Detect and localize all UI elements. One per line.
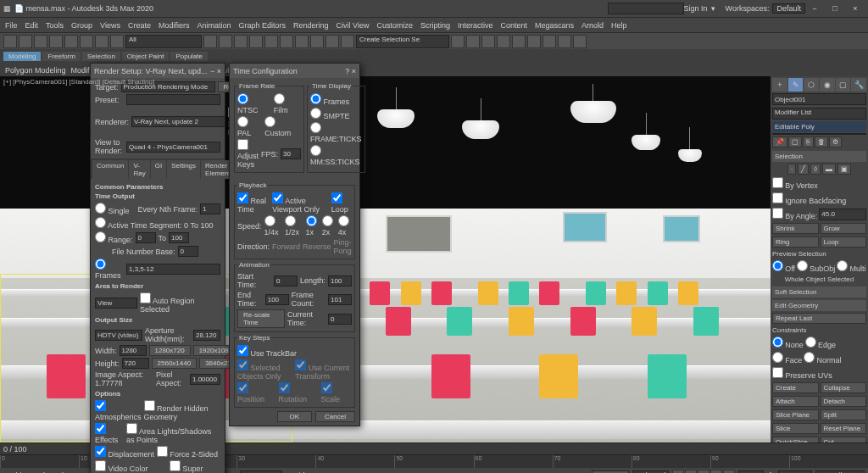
menu-tools[interactable]: Tools (46, 21, 64, 30)
menu-content[interactable]: Content (500, 21, 527, 30)
rollout-editgeo[interactable]: Edit Geometry (772, 300, 866, 311)
rescale-button[interactable]: Re-scale Time (237, 309, 285, 328)
prev-subobj[interactable] (797, 260, 808, 271)
menu-scripting[interactable]: Scripting (420, 21, 450, 30)
subobj-border[interactable]: ◊ (810, 164, 821, 175)
rotate-button[interactable] (219, 35, 232, 48)
sliceplane-button[interactable]: Slice Plane (772, 409, 819, 420)
prev-frame-button[interactable]: ◀ (685, 470, 697, 473)
s4[interactable] (322, 215, 333, 226)
tab-modify-icon[interactable]: ✎ (788, 78, 804, 92)
repeatlast-button[interactable]: Repeat Last (772, 313, 866, 324)
rot-check[interactable] (279, 382, 290, 393)
selectrect-button[interactable] (95, 35, 108, 48)
fps-field[interactable] (281, 148, 301, 159)
menu-modifiers[interactable]: Modifiers (159, 21, 190, 30)
area-select[interactable] (95, 298, 137, 309)
menu-file[interactable]: File (5, 21, 18, 30)
hdtv-select[interactable] (95, 330, 142, 341)
range1[interactable] (169, 232, 189, 243)
pivot-button[interactable] (280, 35, 293, 48)
rtab-settings[interactable]: Settings (167, 160, 200, 179)
link-button[interactable] (34, 35, 47, 48)
vcc-check[interactable] (95, 460, 106, 471)
object-name-field[interactable] (772, 93, 866, 105)
move-button[interactable] (203, 35, 217, 48)
tab-create-icon[interactable]: + (772, 78, 787, 92)
undo-button[interactable] (3, 35, 17, 48)
show-end-button[interactable]: ▢ (788, 136, 802, 147)
keyfilters-button[interactable]: Key Filters... (815, 470, 865, 474)
anglesnap-button[interactable] (310, 35, 324, 48)
menu-group[interactable]: Group (71, 21, 92, 30)
effects-check[interactable] (95, 423, 106, 434)
f2s-check[interactable] (157, 446, 168, 457)
s2[interactable] (285, 215, 296, 226)
align-button[interactable] (466, 35, 480, 48)
tab-modeling[interactable]: Modeling (3, 52, 41, 61)
schematic-button[interactable] (512, 35, 526, 48)
pin-stack-button[interactable]: 📌 (772, 136, 787, 147)
cancel-button[interactable]: Cancel (315, 411, 355, 422)
tab-objectpaint[interactable]: Object Paint (122, 52, 170, 61)
rhg-check[interactable] (144, 400, 155, 411)
selonly-check[interactable] (237, 359, 248, 370)
menu-grapheditors[interactable]: Graph Editors (238, 21, 286, 30)
subobj-edge[interactable]: ╱ (798, 164, 809, 175)
autoregion-check[interactable] (140, 292, 151, 303)
window-cross-button[interactable] (110, 35, 124, 48)
ring-button[interactable]: Ring (772, 236, 819, 248)
resetplane-button[interactable]: Reset Plane (821, 423, 867, 434)
s3[interactable] (306, 215, 317, 226)
render-setup-button[interactable] (542, 35, 556, 48)
cut-button[interactable]: Cut (821, 437, 867, 442)
byangle-check[interactable] (772, 208, 783, 219)
autokey-button[interactable]: Auto Key (592, 470, 630, 474)
menu-interactive[interactable]: Interactive (458, 21, 493, 30)
selection-filter[interactable]: All (125, 35, 202, 48)
prev-multi[interactable] (837, 260, 848, 271)
menu-edit[interactable]: Edit (25, 21, 39, 30)
filebase-field[interactable] (178, 246, 198, 257)
current-field[interactable] (328, 314, 352, 325)
custom-radio[interactable] (264, 116, 275, 127)
menu-megascans[interactable]: Megascans (535, 21, 574, 30)
length-field[interactable] (328, 275, 352, 287)
placement-button[interactable] (249, 35, 263, 48)
slice-button[interactable]: Slice (772, 423, 819, 434)
start-field[interactable] (274, 275, 298, 287)
tab-selection[interactable]: Selection (82, 52, 120, 61)
make-unique-button[interactable]: ⎘ (803, 136, 814, 147)
menu-help[interactable]: Help (611, 21, 627, 30)
close-button[interactable]: × (846, 2, 865, 15)
c-face[interactable] (772, 352, 783, 363)
tab-populate[interactable]: Populate (170, 52, 208, 61)
preset3[interactable]: 2560x1440 (152, 358, 198, 369)
pixaspect-field[interactable] (190, 374, 220, 385)
curve-editor-button[interactable] (497, 35, 510, 48)
loop-button[interactable]: Loop (821, 236, 867, 248)
height-field[interactable] (122, 358, 149, 369)
modifier-stack-item[interactable]: Editable Poly (772, 121, 866, 132)
split-button[interactable]: Split (821, 409, 867, 420)
panel-polymodeling[interactable]: Polygon Modeling (5, 66, 66, 75)
select-button[interactable] (64, 35, 78, 48)
angle-field[interactable] (819, 209, 866, 220)
shrink-button[interactable]: Shrink (772, 223, 819, 234)
spinnersnap-button[interactable] (341, 35, 354, 48)
menu-civilview[interactable]: Civil View (337, 21, 370, 30)
minimize-button[interactable]: − (805, 2, 824, 15)
end-field[interactable] (265, 294, 289, 305)
redo-button[interactable] (19, 35, 32, 48)
render-production-button[interactable] (573, 35, 587, 48)
search-input[interactable] (608, 3, 684, 14)
s5[interactable] (338, 215, 349, 226)
selected-button[interactable]: Selected (632, 470, 669, 474)
render-dlg-close[interactable]: − × (210, 67, 221, 75)
material-editor-button[interactable] (527, 35, 541, 48)
pal-radio[interactable] (237, 116, 248, 127)
disp-check[interactable] (95, 446, 106, 457)
common-params-head[interactable]: Common Parameters (95, 183, 220, 191)
time-dlg-close[interactable]: ? × (345, 67, 356, 75)
current-frame-field[interactable]: 0 (738, 470, 764, 474)
